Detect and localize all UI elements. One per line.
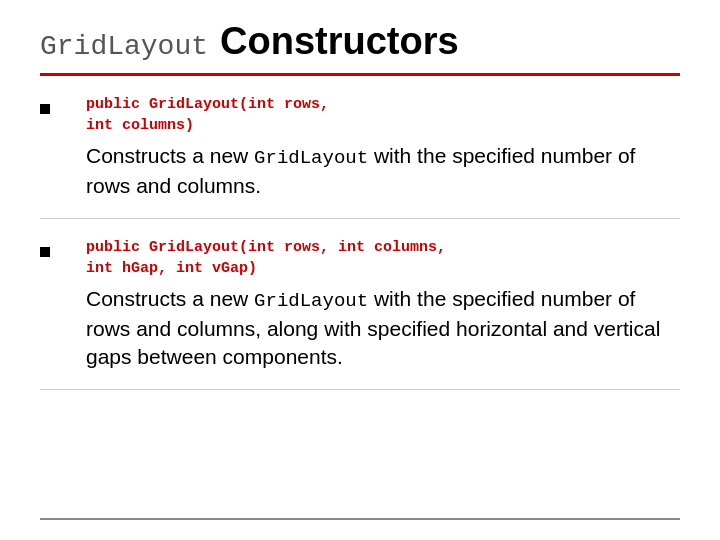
bullet-col-1 <box>40 94 68 114</box>
code-signature-2: public GridLayout(int rows, int columns,… <box>86 237 680 279</box>
description-1: Constructs a new GridLayout with the spe… <box>86 142 680 200</box>
page-header: GridLayout Constructors <box>40 20 680 63</box>
constructor-entry-1: public GridLayout(int rows, int columns)… <box>40 76 680 219</box>
code-signature-1: public GridLayout(int rows, int columns) <box>86 94 680 136</box>
entry-content-2: public GridLayout(int rows, int columns,… <box>86 237 680 371</box>
constructor-entry-2: public GridLayout(int rows, int columns,… <box>40 219 680 390</box>
code-line-2a: public GridLayout(int rows, int columns, <box>86 239 446 256</box>
header-mono: GridLayout <box>40 31 208 62</box>
description-2: Constructs a new GridLayout with the spe… <box>86 285 680 371</box>
desc-2-mono: GridLayout <box>254 290 368 312</box>
page: GridLayout Constructors public GridLayou… <box>0 0 720 540</box>
bullet-icon-2 <box>40 247 50 257</box>
bottom-divider <box>40 518 680 520</box>
code-line-1a: public GridLayout(int rows, <box>86 96 329 113</box>
header-title: Constructors <box>220 20 459 63</box>
bullet-col-2 <box>40 237 68 257</box>
code-line-2b: int hGap, int vGap) <box>86 260 257 277</box>
desc-2-text1: Constructs a new <box>86 287 254 310</box>
bullet-icon-1 <box>40 104 50 114</box>
code-line-1b: int columns) <box>86 117 194 134</box>
desc-1-mono: GridLayout <box>254 147 368 169</box>
entry-content-1: public GridLayout(int rows, int columns)… <box>86 94 680 200</box>
desc-1-text1: Constructs a new <box>86 144 254 167</box>
content-area: public GridLayout(int rows, int columns)… <box>40 76 680 518</box>
